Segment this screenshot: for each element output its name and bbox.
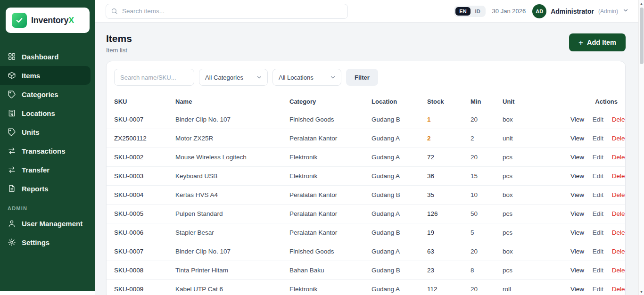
cell-actions: View Edit Delete bbox=[556, 148, 625, 167]
view-link[interactable]: View bbox=[570, 248, 584, 255]
sidebar-item-user-management[interactable]: User Management bbox=[0, 214, 91, 233]
edit-link[interactable]: Edit bbox=[593, 286, 603, 293]
table-row: SKU-0009 Kabel UTP Cat 6 Elektronik Guda… bbox=[107, 280, 625, 295]
location-select[interactable]: All Locations bbox=[272, 69, 341, 86]
edit-link[interactable]: Edit bbox=[593, 267, 603, 274]
cell-min: 15 bbox=[463, 167, 495, 186]
cell-sku: SKU-0004 bbox=[107, 186, 168, 205]
header-category: Category bbox=[282, 93, 364, 110]
header-location: Location bbox=[364, 93, 420, 110]
view-link[interactable]: View bbox=[570, 135, 584, 142]
gear-icon bbox=[8, 238, 16, 246]
edit-link[interactable]: Edit bbox=[593, 116, 603, 123]
header-unit: Unit bbox=[495, 93, 556, 110]
edit-link[interactable]: Edit bbox=[593, 172, 603, 180]
table-row: SKU-0007 Binder Clip No. 107 Finished Go… bbox=[107, 110, 625, 129]
global-search bbox=[106, 4, 348, 19]
sidebar-item-reports[interactable]: Reports bbox=[0, 179, 91, 198]
view-link[interactable]: View bbox=[570, 267, 584, 274]
cell-actions: View Edit Delete bbox=[556, 280, 625, 295]
cell-actions: View Edit Delete bbox=[556, 261, 625, 280]
edit-link[interactable]: Edit bbox=[593, 248, 603, 255]
sidebar-item-items[interactable]: Items bbox=[0, 66, 91, 85]
scroll-down-arrow[interactable]: ▼ bbox=[639, 288, 644, 295]
sidebar-item-categories[interactable]: Categories bbox=[0, 85, 91, 104]
cell-min: 50 bbox=[463, 205, 495, 223]
view-link[interactable]: View bbox=[570, 191, 584, 198]
edit-link[interactable]: Edit bbox=[593, 191, 603, 198]
sidebar-item-label: Items bbox=[22, 72, 40, 80]
view-link[interactable]: View bbox=[570, 229, 584, 236]
cell-actions: View Edit Delete bbox=[556, 186, 625, 205]
sidebar-item-label: Transfer bbox=[22, 166, 50, 174]
items-table: SKU Name Category Location Stock Min Uni… bbox=[107, 93, 625, 295]
delete-link[interactable]: Delete bbox=[612, 135, 625, 142]
sidebar-item-locations[interactable]: Locations bbox=[0, 104, 91, 123]
cell-min: 10 bbox=[463, 186, 495, 205]
topbar-right: EN ID 30 Jan 2026 AD Administrator (Admi… bbox=[454, 4, 638, 18]
main-content: Items Item list + Add Item All Categorie… bbox=[95, 23, 638, 295]
cell-category: Finished Goods bbox=[282, 242, 364, 261]
plus-icon: + bbox=[578, 39, 583, 47]
sidebar-item-label: Locations bbox=[22, 109, 55, 117]
delete-link[interactable]: Delete bbox=[612, 248, 625, 255]
brand-name-primary: Inventory bbox=[31, 16, 68, 25]
sidebar-item-units[interactable]: Units bbox=[0, 123, 91, 141]
cell-name: Keyboard USB bbox=[168, 167, 282, 186]
cell-category: Peralatan Kantor bbox=[282, 129, 364, 148]
sidebar-item-label: Units bbox=[22, 128, 40, 136]
view-link[interactable]: View bbox=[570, 116, 584, 123]
logo[interactable]: InventoryX bbox=[6, 8, 90, 33]
edit-link[interactable]: Edit bbox=[593, 210, 603, 217]
delete-link[interactable]: Delete bbox=[612, 191, 625, 198]
edit-link[interactable]: Edit bbox=[593, 135, 603, 142]
sidebar-item-transfer[interactable]: Transfer bbox=[0, 160, 91, 179]
delete-link[interactable]: Delete bbox=[612, 154, 625, 161]
cell-unit: pcs bbox=[495, 223, 556, 242]
delete-link[interactable]: Delete bbox=[612, 172, 625, 180]
lang-id-button[interactable]: ID bbox=[471, 7, 484, 16]
cell-unit: box bbox=[495, 110, 556, 129]
cell-name: Mouse Wireless Logitech bbox=[168, 148, 282, 167]
view-link[interactable]: View bbox=[570, 210, 584, 217]
global-search-input[interactable] bbox=[106, 4, 348, 19]
cell-sku: ZX2500112 bbox=[107, 129, 168, 148]
delete-link[interactable]: Delete bbox=[612, 286, 625, 293]
lang-en-button[interactable]: EN bbox=[455, 7, 470, 16]
view-link[interactable]: View bbox=[570, 154, 584, 161]
cell-min: 20 bbox=[463, 242, 495, 261]
cell-category: Elektronik bbox=[282, 167, 364, 186]
header-name: Name bbox=[168, 93, 282, 110]
table-row: SKU-0004 Kertas HVS A4 Peralatan Kantor … bbox=[107, 186, 625, 205]
building-icon bbox=[8, 109, 16, 117]
sidebar-item-dashboard[interactable]: Dashboard bbox=[0, 47, 91, 66]
sidebar-item-label: User Management bbox=[22, 220, 83, 228]
filter-button[interactable]: Filter bbox=[346, 69, 378, 86]
brand-name: InventoryX bbox=[31, 16, 74, 25]
add-item-button[interactable]: + Add Item bbox=[569, 33, 626, 51]
chevron-down-icon bbox=[256, 74, 263, 81]
edit-link[interactable]: Edit bbox=[593, 154, 603, 161]
delete-link[interactable]: Delete bbox=[612, 229, 625, 236]
item-search-input[interactable] bbox=[114, 69, 194, 86]
delete-link[interactable]: Delete bbox=[612, 116, 625, 123]
scroll-up-arrow[interactable]: ▲ bbox=[639, 0, 644, 7]
sidebar-item-transactions[interactable]: Transactions bbox=[0, 141, 91, 160]
category-select[interactable]: All Categories bbox=[199, 69, 268, 86]
delete-link[interactable]: Delete bbox=[612, 210, 625, 217]
edit-link[interactable]: Edit bbox=[593, 229, 603, 236]
sidebar-item-settings[interactable]: Settings bbox=[0, 233, 91, 252]
brand-name-accent: X bbox=[68, 16, 74, 25]
cell-name: Pulpen Standard bbox=[168, 205, 282, 223]
cell-min: 20 bbox=[463, 280, 495, 295]
view-link[interactable]: View bbox=[570, 286, 584, 293]
cell-stock: 2 bbox=[420, 129, 463, 148]
scrollbar-thumb[interactable] bbox=[640, 8, 644, 64]
view-link[interactable]: View bbox=[570, 172, 584, 180]
cell-location: Gudang B bbox=[364, 261, 420, 280]
user-menu[interactable]: AD Administrator (Admin) bbox=[532, 4, 629, 18]
box-icon bbox=[8, 71, 16, 80]
cell-category: Elektronik bbox=[282, 148, 364, 167]
table-row: SKU-0003 Keyboard USB Elektronik Gudang … bbox=[107, 167, 625, 186]
delete-link[interactable]: Delete bbox=[612, 267, 625, 274]
